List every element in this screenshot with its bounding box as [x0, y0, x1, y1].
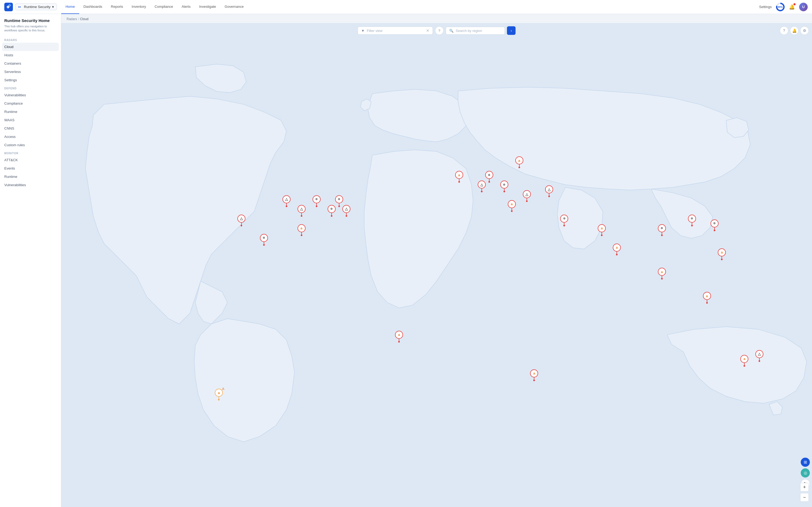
map-pin-2[interactable]: ⚙	[260, 234, 268, 246]
sidebar-item-attck[interactable]: ATT&CK	[0, 156, 61, 164]
bell-container: 🔔	[789, 4, 795, 10]
map-pin-27[interactable]: a	[530, 370, 538, 381]
map-pin-17[interactable]: △	[545, 185, 553, 197]
map-pin-5[interactable]: ⚙	[313, 195, 321, 207]
map-pin-10[interactable]: a	[455, 171, 463, 183]
sidebar-item-custom-rules[interactable]: Custom rules	[0, 141, 61, 149]
sidebar-item-runtime-monitor[interactable]: Runtime	[0, 172, 61, 181]
help-circle-button[interactable]: ?	[780, 26, 789, 35]
map-toolbar: ▼ Filter view ✕ ? 🔍 Search by region ‹	[358, 26, 516, 35]
main-content: Radars / Cloud	[61, 14, 812, 507]
sidebar-item-compliance[interactable]: Compliance	[0, 99, 61, 108]
map-pin-25[interactable]: a	[658, 268, 666, 280]
map-pin-8[interactable]: △	[342, 205, 350, 217]
collapse-icon: ‹	[511, 29, 512, 33]
nav-item-investigate[interactable]: Investigate	[195, 0, 220, 14]
map-zoom-controls: + −	[800, 483, 809, 502]
sidebar-item-containers[interactable]: Containers	[0, 59, 61, 68]
map-radar-button[interactable]: ◎	[801, 468, 810, 477]
map-pin-22[interactable]: ⚙	[688, 215, 696, 226]
filter-bar: ▼ Filter view ✕	[358, 26, 433, 35]
map-pin-26[interactable]: a	[395, 331, 403, 343]
breadcrumb: Radars / Cloud	[61, 14, 812, 23]
map-pin-28[interactable]: a	[703, 292, 711, 304]
app-logo[interactable]	[4, 3, 13, 11]
map-pin-24[interactable]: a	[718, 248, 726, 260]
sidebar-item-serverless[interactable]: Serverless	[0, 68, 61, 76]
map-nav-button[interactable]: ⊞	[801, 458, 810, 467]
map-pin-23[interactable]: ⚙	[711, 219, 719, 231]
filter-icon: ▼	[361, 29, 365, 33]
map-pin-warning[interactable]: a ⚠	[215, 389, 223, 400]
sidebar-item-hosts[interactable]: Hosts	[0, 51, 61, 59]
sidebar-item-vulnerabilities-monitor[interactable]: Vulnerabilities	[0, 181, 61, 189]
map-pin-3[interactable]: △	[283, 195, 291, 207]
map-pin-21[interactable]: ⚙	[658, 224, 666, 236]
breadcrumb-parent[interactable]: Radars	[66, 17, 77, 21]
sidebar-item-cloud[interactable]: Cloud	[2, 43, 59, 51]
sidebar-desc: This hub offers you navigation to workfl…	[4, 24, 57, 33]
filter-text[interactable]: Filter view	[367, 29, 424, 33]
map-pin-19[interactable]: a	[598, 224, 606, 236]
nav-item-inventory[interactable]: Inventory	[127, 0, 150, 14]
map-pin-13[interactable]: ⚙	[500, 180, 508, 192]
map-pin-7[interactable]: ⚙	[335, 195, 343, 207]
search-placeholder[interactable]: Search by region	[456, 29, 482, 33]
sidebar-item-runtime[interactable]: Runtime	[0, 108, 61, 116]
sidebar-header: Runtime Security Home This hub offers yo…	[0, 18, 61, 36]
bell-badge	[793, 3, 796, 6]
nav-item-reports[interactable]: Reports	[107, 0, 128, 14]
svg-point-1	[18, 6, 19, 7]
map-pin-11[interactable]: △	[478, 180, 486, 192]
section-label-defend: DEFEND	[0, 84, 61, 91]
context-label: Runtime Security	[24, 5, 50, 9]
breadcrumb-current: Cloud	[80, 17, 88, 21]
layout: Runtime Security Home This hub offers yo…	[0, 14, 812, 507]
map-pin-20[interactable]: a	[613, 243, 621, 256]
notification-bell-map[interactable]: 🔔	[790, 26, 799, 35]
progress-circle[interactable]: 80%	[776, 3, 784, 11]
map-container: ▼ Filter view ✕ ? 🔍 Search by region ‹ ?	[61, 23, 812, 507]
nav-item-home[interactable]: Home	[61, 0, 79, 14]
zoom-out-button[interactable]: −	[800, 493, 809, 502]
settings-gear-map[interactable]: ⚙	[800, 26, 809, 35]
filter-clear-icon[interactable]: ✕	[426, 29, 429, 33]
sidebar-item-vulnerabilities[interactable]: Vulnerabilities	[0, 91, 61, 99]
map-pin-29[interactable]: a	[740, 355, 748, 367]
nav-item-compliance[interactable]: Compliance	[150, 0, 177, 14]
map-pin-6[interactable]: ⚙	[327, 205, 336, 217]
map-pin-1[interactable]: △	[237, 215, 245, 226]
map-pin-16[interactable]: △	[523, 190, 531, 202]
context-dropdown[interactable]: Runtime Security ▾	[15, 3, 57, 10]
svg-point-2	[19, 6, 21, 7]
nav-item-alerts[interactable]: Alerts	[177, 0, 195, 14]
section-label-radars: RADARS	[0, 36, 61, 43]
sidebar-item-waas[interactable]: WAAS	[0, 116, 61, 124]
map-pin-18[interactable]: ⚙	[560, 215, 568, 226]
sidebar-item-cnns[interactable]: CNNS	[0, 124, 61, 132]
avatar[interactable]: U	[799, 3, 808, 11]
sidebar-item-events[interactable]: Events	[0, 164, 61, 172]
nav-item-governance[interactable]: Governance	[220, 0, 248, 14]
map-pin-30[interactable]: △	[755, 350, 763, 362]
zoom-in-button[interactable]: +	[800, 483, 809, 492]
settings-link[interactable]: Settings	[759, 5, 772, 9]
section-label-monitor: MONITOR	[0, 149, 61, 156]
topnav: Runtime Security ▾ Home Dashboards Repor…	[0, 0, 812, 14]
map-pin-9[interactable]: a	[298, 224, 306, 236]
topnav-right: Settings 80% 🔔 U	[759, 3, 808, 11]
map-pin-12[interactable]: ⚙	[485, 171, 493, 183]
world-map-svg	[61, 23, 812, 507]
map-pin-4[interactable]: △	[298, 205, 306, 217]
progress-value: 80%	[777, 4, 783, 10]
map-pin-15[interactable]: a	[508, 200, 516, 212]
sidebar-item-access[interactable]: Access	[0, 132, 61, 141]
sidebar-item-settings[interactable]: Settings	[0, 76, 61, 84]
map-pin-14[interactable]: a	[515, 156, 523, 168]
help-button[interactable]: ?	[435, 26, 444, 35]
sidebar: Runtime Security Home This hub offers yo…	[0, 14, 61, 507]
nav-item-dashboards[interactable]: Dashboards	[79, 0, 107, 14]
collapse-button[interactable]: ‹	[507, 26, 516, 35]
nav-items: Home Dashboards Reports Inventory Compli…	[61, 0, 248, 14]
search-bar: 🔍 Search by region	[446, 27, 505, 35]
